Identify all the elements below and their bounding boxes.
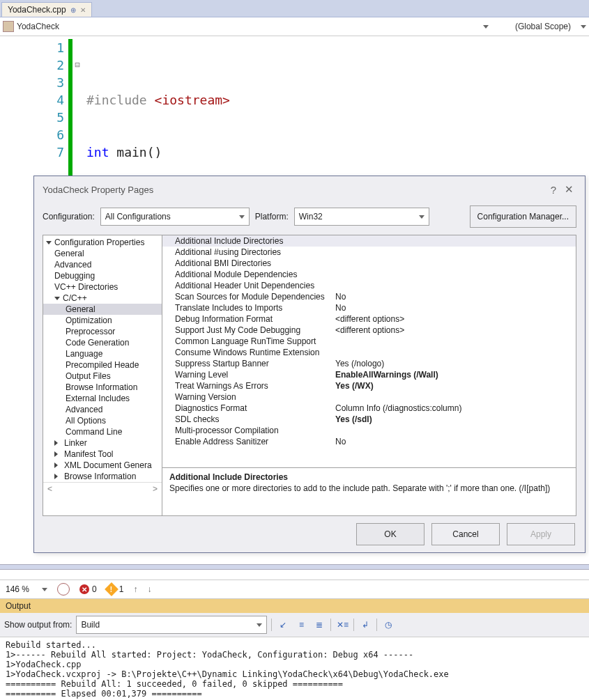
chevron-down-icon[interactable] [483,25,489,29]
module-icon [3,21,14,32]
tab-filename: YodaCheck.cpp [8,5,66,15]
scope-module[interactable]: YodaCheck [17,22,59,31]
code-content[interactable]: #include <iostream> int main() { int a =… [82,39,366,181]
dialog-titlebar[interactable]: YodaCheck Property Pages ? ✕ [34,176,585,181]
scope-member[interactable]: (Global Scope) [515,22,571,31]
close-icon[interactable]: ✕ [80,6,86,14]
navigation-bar: YodaCheck (Global Scope) [0,17,589,36]
chevron-down-icon[interactable] [581,25,586,29]
code-editor[interactable]: 1234567 ⊟ #include <iostream> int main()… [0,36,589,181]
line-numbers: 1234567 [0,39,68,181]
document-tabs: YodaCheck.cpp ⊕ ✕ [0,0,589,17]
outline-gutter[interactable]: ⊟ [72,39,82,181]
tab-yodacheck[interactable]: YodaCheck.cpp ⊕ ✕ [1,2,92,17]
pin-icon[interactable]: ⊕ [70,6,76,14]
property-pages-dialog: YodaCheck Property Pages ? ✕ Configurati… [33,176,586,181]
